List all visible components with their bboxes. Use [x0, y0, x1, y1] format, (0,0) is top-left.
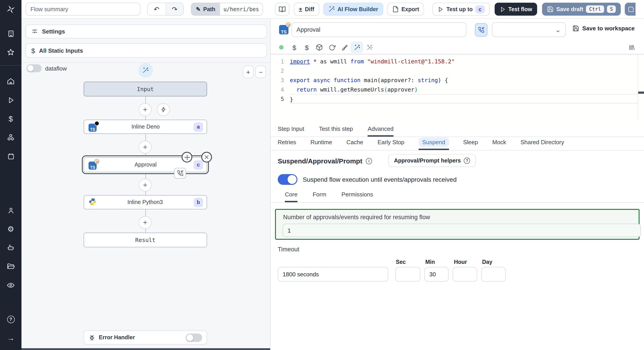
flow-graph-panel: Settings $ All Static Inputs dataflow + … [22, 19, 270, 350]
subtab-cache[interactable]: Cache [346, 139, 363, 150]
format-brush-icon[interactable] [338, 41, 350, 53]
all-static-inputs-button[interactable]: $ All Static Inputs [26, 43, 267, 58]
tab-form[interactable]: Form [312, 191, 326, 202]
worker-tag-select[interactable]: ⌄ [492, 22, 566, 37]
move-step-button[interactable] [182, 152, 192, 163]
zoom-in-button[interactable]: + [243, 66, 254, 78]
settings-gear-icon[interactable]: ⚙ [5, 224, 16, 234]
flow-node-result[interactable]: Result [84, 233, 207, 247]
save-to-workspace-button[interactable]: Save to workspace [572, 25, 634, 32]
add-step-button[interactable] [139, 178, 152, 191]
step-name-input[interactable] [292, 22, 466, 37]
subtab-sleep[interactable]: Sleep [463, 139, 478, 150]
test-up-to-button[interactable]: Test up to c [432, 3, 490, 16]
logs-eye-icon[interactable] [5, 280, 16, 291]
python-icon [88, 198, 96, 206]
help-icon[interactable]: ? [5, 314, 16, 325]
dataflow-toggle[interactable] [26, 64, 42, 72]
timeout-seconds-input[interactable] [278, 267, 388, 282]
timeout-day-input[interactable] [481, 267, 506, 282]
advanced-subtabs: Retries Runtime Cache Early Stop Suspend… [270, 138, 644, 151]
tab-test-this-step[interactable]: Test this step [319, 126, 353, 137]
tab-step-input[interactable]: Step Input [278, 126, 304, 137]
reload-icon[interactable] [326, 41, 338, 53]
ai-assistant-wand-icon[interactable] [350, 41, 363, 53]
save-draft-button[interactable]: Save draft Ctrl S [542, 3, 621, 16]
add-step-button[interactable] [139, 216, 152, 229]
windmill-logo-icon[interactable] [6, 4, 16, 14]
pencil-icon: ✎ [196, 6, 200, 12]
test-flow-button[interactable]: Test flow [494, 3, 537, 16]
code-line-1: 1 import * as wmill from "windmill-clien… [270, 57, 644, 66]
favorites-star-icon[interactable] [5, 47, 16, 58]
schedules-calendar-icon[interactable] [5, 151, 16, 162]
timeout-hour-input[interactable] [452, 267, 477, 282]
step-id-badge: c [194, 160, 203, 170]
code-editor[interactable]: 1 import * as wmill from "windmill-clien… [270, 54, 644, 122]
undo-button[interactable]: ↶ [148, 3, 166, 15]
subtab-shared-directory[interactable]: Shared Directory [520, 139, 564, 150]
error-handler-toggle[interactable] [186, 333, 202, 342]
flow-summary-input[interactable] [26, 3, 140, 16]
suspend-enable-toggle[interactable] [278, 174, 298, 185]
expand-sidebar-arrow-icon[interactable]: → [5, 333, 16, 343]
suspend-phone-button[interactable] [475, 23, 488, 37]
code-line-2: 2 [270, 66, 644, 75]
subtab-suspend[interactable]: Suspend [418, 139, 449, 150]
contextual-vars-dollar-icon[interactable]: $ [300, 41, 313, 53]
user-icon[interactable] [5, 205, 16, 216]
redo-button[interactable]: ↷ [166, 3, 183, 15]
path-button[interactable]: ✎ Path u/henri/bes [191, 3, 263, 16]
suspend-inner-tabs: Core Form Permissions [270, 190, 644, 203]
editor-scrollbar-thumb[interactable] [638, 92, 644, 94]
deploy-button-partial[interactable] [625, 3, 636, 16]
timeout-min-input[interactable] [424, 267, 448, 282]
tab-core[interactable]: Core [285, 191, 298, 202]
runs-play-icon[interactable] [5, 95, 16, 105]
workspace-building-icon[interactable] [5, 28, 16, 39]
info-icon[interactable]: i [366, 158, 372, 164]
timeout-sec-input[interactable] [395, 267, 420, 282]
graph-horizontal-scrollbar[interactable] [22, 348, 270, 350]
unit-label-hour: Hour [454, 259, 467, 265]
package-icon[interactable] [313, 41, 326, 53]
workers-robot-icon[interactable] [5, 242, 16, 253]
editor-toolbar: $ $ [270, 41, 644, 54]
flow-editor-topbar: ↶ ↷ ✎ Path u/henri/bes ± Diff AI Flow Bu… [22, 0, 644, 19]
ai-flow-builder-button[interactable]: AI Flow Builder [323, 3, 383, 16]
folders-icon[interactable] [5, 261, 16, 272]
variables-dollar-icon[interactable]: $ [5, 113, 16, 124]
sliders-icon [31, 28, 38, 35]
error-handler-card[interactable]: Error Handler [84, 330, 207, 345]
tab-permissions[interactable]: Permissions [342, 191, 373, 202]
approvals-required-input[interactable] [283, 224, 641, 237]
add-step-button[interactable] [139, 141, 152, 154]
language-status-dot [279, 45, 284, 49]
subtab-mock[interactable]: Mock [492, 139, 506, 150]
flow-node-inline-python3[interactable]: Inline Python3 b [84, 195, 207, 209]
diff-bars-icon[interactable] [625, 41, 638, 53]
flow-node-inline-deno[interactable]: TS Inline Deno a [84, 120, 207, 134]
resources-cubes-icon[interactable] [5, 132, 16, 143]
approval-prompt-helpers-button[interactable]: Approval/Prompt helpers ? [388, 154, 476, 167]
tab-advanced[interactable]: Advanced [368, 126, 394, 137]
delete-step-button[interactable] [201, 152, 212, 163]
flow-node-input[interactable]: Input [84, 82, 207, 96]
ai-disabled-wand-off-icon[interactable] [363, 41, 376, 53]
dataflow-label: dataflow [45, 65, 67, 72]
ai-graph-wand-button[interactable] [138, 63, 153, 78]
home-icon[interactable] [5, 76, 16, 87]
save-icon [572, 25, 579, 32]
env-vars-dollar-icon[interactable]: $ [288, 41, 300, 53]
zoom-out-button[interactable]: − [255, 66, 266, 78]
subtab-runtime[interactable]: Runtime [310, 139, 332, 150]
flow-settings-button[interactable]: Settings [26, 24, 267, 38]
subtab-retries[interactable]: Retries [278, 139, 296, 150]
subtab-early-stop[interactable]: Early Stop [378, 139, 404, 150]
add-step-button[interactable] [139, 103, 152, 116]
diff-button[interactable]: ± Diff [294, 3, 319, 16]
export-button[interactable]: Export [387, 3, 424, 16]
play-icon [438, 6, 444, 12]
docs-book-button[interactable] [275, 3, 289, 16]
add-trigger-bolt-button[interactable] [157, 103, 170, 116]
